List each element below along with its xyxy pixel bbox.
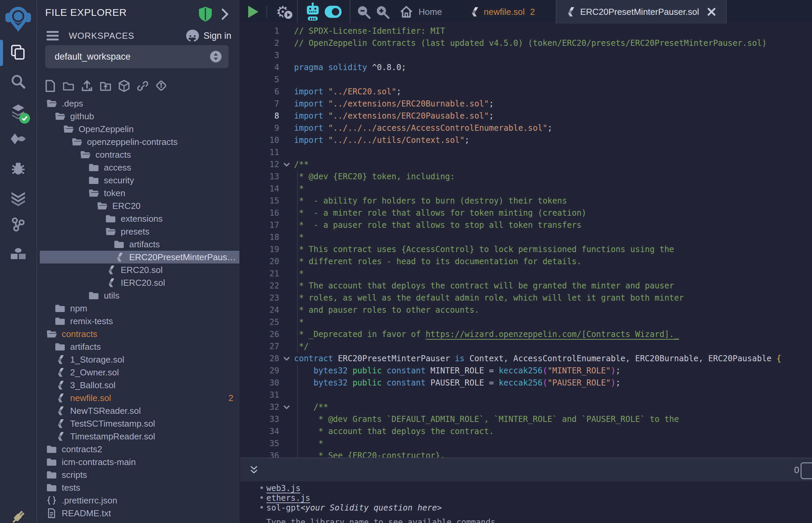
plug-icon[interactable] [0, 507, 36, 523]
tab-newfile.sol[interactable]: newfile.sol2 [460, 0, 544, 23]
double-chevron-down-icon[interactable] [249, 464, 259, 476]
tree-folder-artifacts[interactable]: artifacts [40, 340, 240, 353]
tree-folder-remix-tests[interactable]: remix-tests [40, 315, 240, 327]
upload-folder-icon[interactable] [100, 78, 112, 94]
shield-icon[interactable] [198, 6, 212, 22]
terminal-bar[interactable]: 0 [240, 458, 812, 482]
zoom-in-icon[interactable] [375, 4, 390, 20]
ai-robot-icon[interactable] [304, 2, 321, 21]
tree-file-TimestampReader.sol[interactable]: TimestampReader.sol [40, 430, 240, 443]
workspace-dropdown-icon [210, 51, 222, 63]
workspaces-row: WORKSPACES Sign in [45, 29, 231, 42]
tree-folder-contracts[interactable]: contracts [40, 148, 240, 161]
tree-folder-artifacts[interactable]: artifacts [40, 238, 240, 251]
fold-chevron-icon[interactable] [279, 354, 294, 363]
tree-folder-extensions[interactable]: extensions [40, 212, 240, 225]
code-token: ; [465, 136, 470, 145]
code-token: bytes32 [314, 378, 348, 387]
tree-file-NewTSReader.sol[interactable]: NewTSReader.sol [40, 404, 240, 417]
terminal-link[interactable]: web3.js [266, 484, 300, 493]
terminal-search-box[interactable] [800, 462, 812, 479]
tree-folder-token[interactable]: token [40, 187, 240, 199]
code-token: * - ability for holders to burn (destroy… [294, 196, 567, 205]
link-icon[interactable] [137, 78, 149, 94]
tree-item-label: IERC20.sol [121, 278, 165, 288]
file-tree: .depsgithubOpenZeppelinopenzeppelin-cont… [37, 97, 240, 520]
activity-bar [0, 0, 37, 523]
new-folder-icon[interactable] [63, 78, 74, 94]
solidity-compiler-icon[interactable] [0, 103, 36, 121]
tree-folder-OpenZeppelin[interactable]: OpenZeppelin [40, 123, 240, 136]
tab-Home[interactable]: Home [390, 0, 451, 23]
tree-file-ERC20PresetMinterPauser...[interactable]: ERC20PresetMinterPauser... [40, 251, 240, 264]
tree-file-ERC20.sol[interactable]: ERC20.sol [40, 264, 240, 276]
tree-folder-github[interactable]: github [40, 110, 240, 123]
deploy-run-icon[interactable] [0, 132, 36, 148]
tree-folder-scripts[interactable]: scripts [40, 468, 240, 481]
unit-testing-icon[interactable] [0, 191, 36, 206]
plugin-manager-icon[interactable] [0, 246, 36, 261]
tree-file-1_Storage.sol[interactable]: 1_Storage.sol [40, 353, 240, 366]
tree-item-label: contracts [62, 329, 98, 339]
upload-file-icon[interactable] [81, 78, 93, 94]
github-sign-in-button[interactable]: Sign in [185, 29, 231, 42]
code-token: * roles, as well as the default admin ro… [294, 293, 684, 303]
tree-folder-icm-contracts-main[interactable]: icm-contracts-main [40, 456, 240, 468]
code-token: "../extensions/ERC20Pausable.sol" [323, 111, 489, 121]
code-line-29: 29 bytes32 public constant MINTER_ROLE =… [240, 365, 812, 377]
tree-file-README.txt[interactable]: README.txt [40, 507, 240, 520]
chevron-right-icon[interactable] [219, 7, 231, 22]
tree-folder-contracts2[interactable]: contracts2 [40, 443, 240, 456]
bullet: • [257, 493, 266, 503]
tree-file-newfile.sol[interactable]: newfile.sol2 [40, 392, 240, 404]
tree-file-IERC20.sol[interactable]: IERC20.sol [40, 276, 240, 289]
workspace-name: default_workspace [55, 52, 130, 62]
debugger-icon[interactable] [0, 161, 36, 177]
hamburger-menu-icon[interactable] [45, 29, 60, 42]
new-file-icon[interactable] [44, 78, 56, 94]
code-token: * [294, 233, 304, 242]
workspace-selector[interactable]: default_workspace [45, 45, 229, 68]
tree-file-.prettierrc.json[interactable]: .prettierrc.json [40, 494, 240, 507]
tree-folder-security[interactable]: security [40, 174, 240, 187]
tree-folder-access[interactable]: access [40, 161, 240, 174]
sol-icon [105, 278, 116, 288]
line-number: 1 [240, 26, 279, 36]
code-token: * See {ERC20-constructor}. [294, 451, 445, 458]
tree-file-2_Owner.sol[interactable]: 2_Owner.sol [40, 366, 240, 379]
code-token: PAUSER_ROLE = [426, 378, 499, 387]
code-token: * @dev {ERC20} token, including: [294, 172, 455, 181]
run-play-icon[interactable] [248, 6, 258, 18]
close-icon[interactable] [706, 6, 717, 18]
git-icon[interactable] [0, 216, 36, 233]
tree-file-3_Ballot.sol[interactable]: 3_Ballot.sol [40, 379, 240, 392]
tree-folder-tests[interactable]: tests [40, 481, 240, 494]
line-number: 27 [240, 342, 279, 351]
tree-folder-utils[interactable]: utils [40, 289, 240, 302]
tree-folder-contracts[interactable]: contracts [40, 327, 240, 340]
file-explorer-icon[interactable] [0, 44, 36, 61]
sol-icon [113, 252, 125, 262]
code-editor[interactable]: 1// SPDX-License-Identifier: MIT2// Open… [240, 23, 812, 458]
fold-chevron-icon[interactable] [279, 160, 294, 169]
sol-icon [54, 406, 66, 416]
git-clone-icon[interactable] [155, 78, 167, 94]
tree-folder-presets[interactable]: presets [40, 225, 240, 238]
tree-file-TestSCTimestamp.sol[interactable]: TestSCTimestamp.sol [40, 417, 240, 430]
fold-chevron-icon[interactable] [279, 403, 294, 412]
terminal-link[interactable]: ethers.js [266, 493, 310, 503]
tree-folder-ERC20[interactable]: ERC20 [40, 199, 240, 212]
ai-toggle[interactable] [325, 6, 341, 18]
tree-folder-.deps[interactable]: .deps [40, 97, 240, 110]
tree-folder-npm[interactable]: npm [40, 302, 240, 315]
panel-title: FILE EXPLORER [45, 7, 127, 18]
line-number: 21 [240, 269, 279, 278]
search-icon[interactable] [0, 73, 36, 90]
cube-icon[interactable] [118, 78, 130, 94]
tree-folder-openzeppelin-contracts[interactable]: openzeppelin-contracts [40, 136, 240, 148]
compile-settings-icon[interactable]: ⚙ [276, 4, 290, 20]
editor-area: ⚙Homenewfile.sol2ERC20PresetMinterPauser… [240, 0, 812, 523]
zoom-out-icon[interactable] [356, 4, 371, 20]
line-number: 15 [240, 196, 279, 205]
tab-ERC20PresetMinterPauser.sol[interactable]: ERC20PresetMinterPauser.sol [556, 0, 727, 23]
